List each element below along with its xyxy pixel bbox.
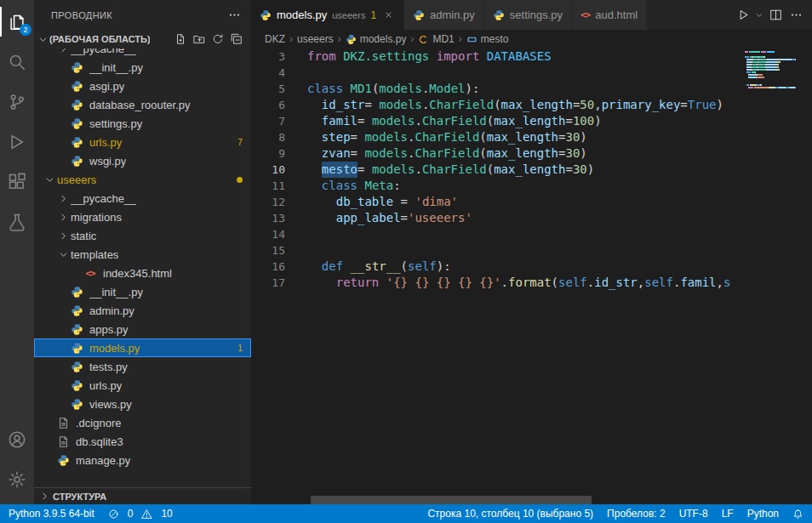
- collapse-all-button[interactable]: [229, 31, 244, 47]
- tree-item-label: asgi.py: [89, 80, 124, 93]
- workspace-section-header[interactable]: (РАБОЧАЯ ОБЛАСТЬ) ...: [34, 30, 251, 48]
- code-token: [307, 129, 322, 145]
- eol-setting[interactable]: LF: [722, 508, 734, 520]
- tab-admin.py[interactable]: admin.py: [404, 0, 484, 30]
- search-activity-button[interactable]: [0, 42, 34, 82]
- close-icon[interactable]: [381, 9, 395, 22]
- code-line-11[interactable]: 11 class Meta:: [251, 178, 812, 194]
- tree-item-asgi.py[interactable]: asgi.py: [34, 77, 251, 95]
- cursor-position[interactable]: Строка 10, столбец 10 (выбрано 5): [427, 508, 593, 520]
- outline-section-header[interactable]: СТРУКТУРА: [34, 487, 251, 504]
- breadcrumb-DKZ[interactable]: DKZ: [265, 33, 285, 45]
- python-file-icon: [70, 98, 83, 111]
- more-button[interactable]: [226, 7, 243, 24]
- minimap[interactable]: [745, 48, 804, 89]
- code-line-15[interactable]: 15: [251, 242, 812, 259]
- code-line-14[interactable]: 14: [251, 226, 812, 242]
- tree-item-wsgi.py[interactable]: wsgi.py: [34, 151, 251, 170]
- refresh-button[interactable]: [210, 31, 226, 47]
- tree-item-__init__.py[interactable]: __init__.py: [34, 58, 251, 77]
- breadcrumb-mesto[interactable]: mesto: [466, 33, 509, 45]
- tree-item-urls.py[interactable]: urls.py7: [34, 133, 251, 151]
- code-line-16[interactable]: 16 def __str__(self):: [251, 259, 812, 275]
- tab-settings.py[interactable]: settings.py: [484, 0, 572, 30]
- code-token: =: [680, 97, 687, 113]
- tree-item-manage.py[interactable]: manage.py: [34, 451, 251, 469]
- tree-item-label: useeers: [57, 173, 96, 186]
- tree-item-index345.html[interactable]: <>index345.html: [34, 264, 251, 282]
- tree-item-db.sqlite3[interactable]: db.sqlite3: [34, 432, 251, 451]
- code-line-12[interactable]: 12 db_table = 'dima': [251, 194, 812, 210]
- python-interpreter[interactable]: Python 3.9.5 64-bit: [9, 508, 94, 520]
- code-line-6[interactable]: 6 id_str= models.CharField(max_length=50…: [251, 97, 812, 113]
- minimap-line: [745, 71, 804, 73]
- breadcrumb-useeers[interactable]: useeers: [297, 33, 334, 45]
- language-mode[interactable]: Python: [747, 508, 779, 520]
- run-button[interactable]: [734, 5, 752, 26]
- code-token: .: [415, 113, 421, 129]
- tab-bar-tabs: models.pyuseeers1admin.pysettings.py<>au…: [251, 0, 647, 30]
- files-activity-button[interactable]: 2: [0, 2, 34, 42]
- tree-item-templates[interactable]: templates: [34, 245, 251, 264]
- python-file-icon: [70, 322, 83, 336]
- notifications[interactable]: [792, 509, 803, 520]
- tree-item-apps.py[interactable]: apps.py: [34, 320, 251, 338]
- minimap-line: [745, 79, 804, 81]
- code-line-7[interactable]: 7 famil= models.CharField(max_length=100…: [251, 113, 812, 129]
- code-line-10[interactable]: 10 mesto= models.CharField(max_length=30…: [251, 162, 812, 178]
- code-line-9[interactable]: 9 zvan= models.CharField(max_length=30): [251, 145, 812, 162]
- new-file-button[interactable]: [173, 31, 188, 47]
- code-editor[interactable]: 3from DKZ.settings import DATABASES45cla…: [251, 48, 812, 504]
- tree-item-tests.py[interactable]: tests.py: [34, 357, 251, 376]
- tree-item-urls.py[interactable]: urls.py: [34, 376, 251, 395]
- new-folder-button[interactable]: [192, 31, 207, 47]
- tree-item-admin.py[interactable]: admin.py: [34, 301, 251, 320]
- code-line-4[interactable]: 4: [251, 65, 812, 81]
- tree-item-models.py[interactable]: models.py1: [34, 338, 251, 357]
- tree-item-__init__.py[interactable]: __init__.py: [34, 282, 251, 301]
- tree-item-database_roouter.py[interactable]: database_roouter.py: [34, 95, 251, 114]
- tab-models.py[interactable]: models.pyuseeers1: [251, 0, 404, 30]
- testing-icon: [8, 213, 26, 231]
- tree-item-migrations[interactable]: migrations: [34, 207, 251, 226]
- code-line-8[interactable]: 8 step= models.CharField(max_length=30): [251, 129, 812, 145]
- tree-item-__pycache__[interactable]: __pycache__: [34, 189, 251, 207]
- testing-activity-button[interactable]: [0, 202, 34, 242]
- tree-item-useeers[interactable]: useeers: [34, 170, 251, 189]
- horizontal-scrollbar[interactable]: [311, 496, 592, 504]
- tree-item-static[interactable]: static: [34, 226, 251, 245]
- run-debug-activity-button[interactable]: [0, 122, 34, 162]
- tree-item-__pycache__[interactable]: __pycache__: [34, 48, 251, 58]
- more-button[interactable]: [786, 5, 805, 26]
- breadcrumb-models.py[interactable]: models.py: [346, 33, 407, 45]
- chevron-down-icon: [36, 32, 49, 46]
- code-line-5[interactable]: 5class MD1(models.Model):: [251, 81, 812, 97]
- code-token: =: [401, 210, 408, 226]
- code-line-17[interactable]: 17 return '{} {} {} {} {}'.format(self.i…: [251, 275, 812, 291]
- split-editor-button[interactable]: [766, 5, 785, 26]
- tab-aud.html[interactable]: <>aud.html: [572, 0, 647, 30]
- code-token: =: [558, 129, 565, 145]
- line-number: 15: [251, 242, 285, 259]
- problems-indicator[interactable]: 010: [108, 508, 178, 520]
- code-line-3[interactable]: 3from DKZ.settings import DATABASES: [251, 48, 812, 65]
- sidebar-title-row: ПРОВОДНИК: [34, 0, 251, 30]
- account-activity-button[interactable]: [0, 419, 34, 459]
- tree-item-.dcignore[interactable]: .dcignore: [34, 413, 251, 432]
- code-token: [307, 210, 336, 226]
- encoding-setting[interactable]: UTF-8: [679, 508, 708, 520]
- breadcrumb-MD1[interactable]: MD1: [418, 33, 454, 45]
- line-number: 3: [251, 48, 285, 65]
- tree-item-label: settings.py: [89, 117, 142, 130]
- indentation-setting[interactable]: Пробелов: 2: [607, 508, 666, 520]
- source-control-activity-button[interactable]: [0, 82, 34, 122]
- code-token: =: [565, 113, 572, 129]
- chevron-down-button[interactable]: [754, 5, 764, 26]
- tree-item-settings.py[interactable]: settings.py: [34, 114, 251, 133]
- code-line-13[interactable]: 13 app_label='useeers': [251, 210, 812, 226]
- tree-item-label: .dcignore: [76, 417, 121, 429]
- code-token: .: [501, 275, 508, 291]
- settings-gear-activity-button[interactable]: [0, 459, 34, 499]
- extensions-activity-button[interactable]: [0, 162, 34, 202]
- tree-item-views.py[interactable]: views.py: [34, 395, 251, 413]
